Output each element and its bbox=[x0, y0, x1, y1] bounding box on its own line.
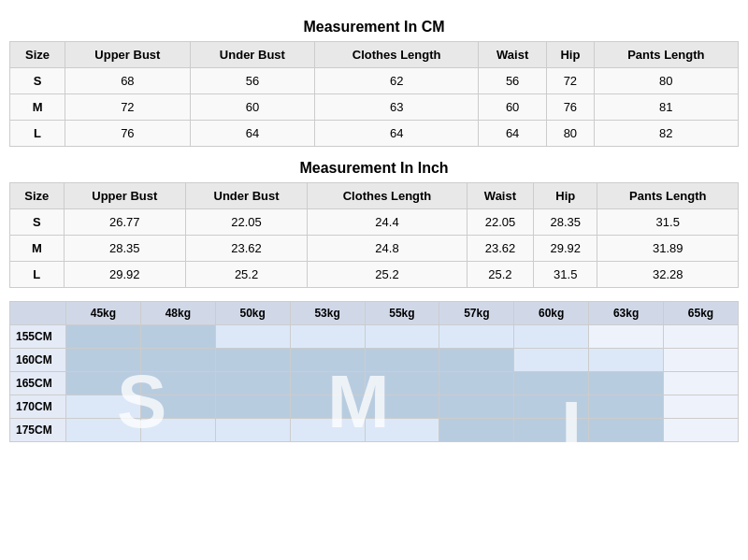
table-row: M bbox=[10, 236, 65, 262]
col-header-clothes-length: Clothes Length bbox=[315, 42, 479, 68]
table-row: L bbox=[10, 121, 65, 147]
col-header-under-bust-inch: Under Bust bbox=[185, 183, 307, 209]
cm-section: Measurement In CM Size Upper Bust Under … bbox=[9, 19, 739, 147]
grid-section: 45kg48kg50kg53kg55kg57kg60kg63kg65kg 155… bbox=[9, 301, 739, 442]
grid-cell bbox=[589, 372, 664, 395]
grid-cell bbox=[664, 419, 739, 442]
grid-row-label: 175CM bbox=[10, 419, 66, 442]
grid-cell bbox=[290, 349, 365, 372]
grid-cell bbox=[514, 395, 589, 419]
grid-cell bbox=[514, 349, 589, 372]
grid-cell bbox=[589, 349, 664, 372]
table-row: S bbox=[10, 209, 65, 236]
col-header-size: Size bbox=[10, 42, 65, 68]
grid-cell bbox=[290, 325, 365, 349]
grid-cell bbox=[66, 419, 141, 442]
grid-col-header: 63kg bbox=[589, 302, 664, 325]
size-grid-table: 45kg48kg50kg53kg55kg57kg60kg63kg65kg 155… bbox=[9, 301, 739, 442]
grid-cell bbox=[439, 419, 514, 442]
grid-cell bbox=[664, 349, 739, 372]
table-row: 26.77 bbox=[64, 209, 185, 236]
table-row: 24.8 bbox=[308, 236, 468, 262]
grid-cell bbox=[439, 325, 514, 349]
grid-col-header: 55kg bbox=[365, 302, 439, 325]
grid-col-header bbox=[10, 302, 66, 325]
grid-col-header: 60kg bbox=[514, 302, 589, 325]
col-header-hip-inch: Hip bbox=[534, 183, 597, 209]
grid-cell bbox=[140, 419, 215, 442]
grid-row-label: 160CM bbox=[10, 349, 66, 372]
grid-cell bbox=[514, 419, 589, 442]
col-header-waist-inch: Waist bbox=[467, 183, 533, 209]
table-row: 60 bbox=[190, 94, 315, 121]
col-header-upper-bust-inch: Upper Bust bbox=[64, 183, 185, 209]
table-row: 68 bbox=[65, 68, 191, 94]
table-row: 76 bbox=[65, 121, 191, 147]
table-row: 31.5 bbox=[597, 209, 739, 236]
grid-cell bbox=[66, 372, 141, 395]
grid-cell bbox=[365, 419, 439, 442]
grid-cell bbox=[140, 395, 215, 419]
grid-cell bbox=[140, 325, 215, 349]
table-row: 56 bbox=[479, 68, 547, 94]
grid-row-label: 170CM bbox=[10, 395, 66, 419]
grid-cell bbox=[365, 372, 439, 395]
table-row: 28.35 bbox=[64, 236, 185, 262]
table-row: 76 bbox=[547, 94, 595, 121]
table-row: 64 bbox=[315, 121, 479, 147]
table-row: 64 bbox=[190, 121, 315, 147]
table-row: 22.05 bbox=[467, 209, 533, 236]
grid-row-label: 165CM bbox=[10, 372, 66, 395]
table-row: 62 bbox=[315, 68, 479, 94]
grid-col-header: 50kg bbox=[215, 302, 290, 325]
grid-cell bbox=[439, 395, 514, 419]
table-row: 24.4 bbox=[308, 209, 468, 236]
cm-title: Measurement In CM bbox=[9, 19, 739, 36]
grid-cell bbox=[664, 372, 739, 395]
grid-cell bbox=[365, 325, 439, 349]
grid-row-label: 155CM bbox=[10, 325, 66, 349]
grid-cell bbox=[365, 349, 439, 372]
table-row: 31.89 bbox=[597, 236, 739, 262]
grid-cell bbox=[215, 395, 290, 419]
table-row: M bbox=[10, 94, 65, 121]
table-row: 25.2 bbox=[185, 262, 307, 288]
col-header-under-bust: Under Bust bbox=[190, 42, 315, 68]
col-header-waist: Waist bbox=[479, 42, 547, 68]
grid-cell bbox=[140, 372, 215, 395]
grid-col-header: 45kg bbox=[66, 302, 141, 325]
grid-cell bbox=[140, 349, 215, 372]
table-row: 82 bbox=[594, 121, 738, 147]
col-header-pants-length-inch: Pants Length bbox=[597, 183, 739, 209]
grid-cell bbox=[66, 349, 141, 372]
table-row: 80 bbox=[594, 68, 738, 94]
table-row: 60 bbox=[479, 94, 547, 121]
grid-cell bbox=[290, 419, 365, 442]
grid-cell bbox=[290, 395, 365, 419]
grid-cell bbox=[66, 325, 141, 349]
table-row: 23.62 bbox=[467, 236, 533, 262]
col-header-pants-length: Pants Length bbox=[594, 42, 738, 68]
table-row: 23.62 bbox=[185, 236, 307, 262]
grid-cell bbox=[365, 395, 439, 419]
table-row: 32.28 bbox=[597, 262, 739, 288]
grid-col-header: 57kg bbox=[439, 302, 514, 325]
grid-cell bbox=[589, 395, 664, 419]
grid-cell bbox=[215, 349, 290, 372]
table-row: 64 bbox=[479, 121, 547, 147]
grid-col-header: 53kg bbox=[290, 302, 365, 325]
grid-cell bbox=[290, 372, 365, 395]
inch-title: Measurement In Inch bbox=[9, 160, 739, 177]
grid-cell bbox=[215, 325, 290, 349]
inch-section: Measurement In Inch Size Upper Bust Unde… bbox=[9, 160, 739, 288]
grid-cell bbox=[589, 325, 664, 349]
table-row: 29.92 bbox=[534, 236, 597, 262]
grid-col-header: 65kg bbox=[664, 302, 739, 325]
table-row: 25.2 bbox=[467, 262, 533, 288]
table-row: 25.2 bbox=[308, 262, 468, 288]
table-row: 29.92 bbox=[64, 262, 185, 288]
table-row: L bbox=[10, 262, 65, 288]
col-header-size-inch: Size bbox=[10, 183, 65, 209]
col-header-hip: Hip bbox=[547, 42, 595, 68]
table-row: 22.05 bbox=[185, 209, 307, 236]
